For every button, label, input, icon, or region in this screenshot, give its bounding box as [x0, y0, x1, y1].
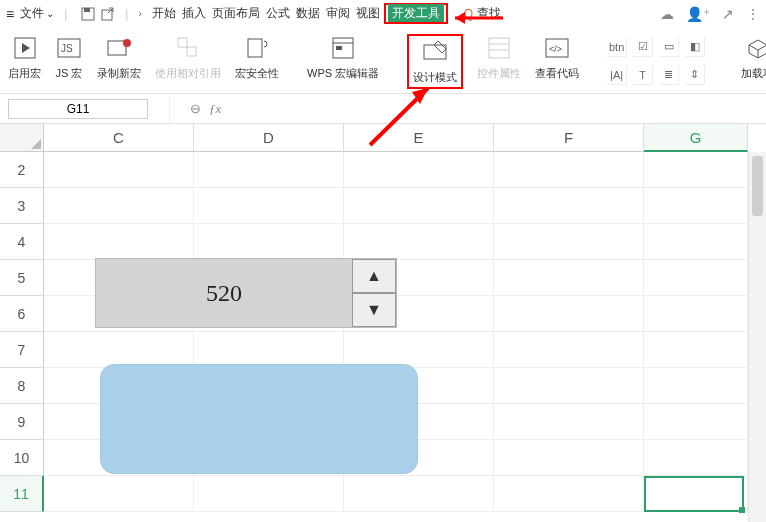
- cell[interactable]: [494, 332, 644, 368]
- row-header[interactable]: 9: [0, 404, 44, 440]
- ribbon-js-macro[interactable]: JS JS 宏: [55, 34, 83, 81]
- col-header-c[interactable]: C: [44, 124, 194, 152]
- ribbon-label: 使用相对引用: [155, 66, 221, 81]
- scrollbar-thumb[interactable]: [752, 156, 763, 216]
- row-header[interactable]: 6: [0, 296, 44, 332]
- tab-insert[interactable]: 插入: [180, 3, 208, 24]
- row-header[interactable]: 3: [0, 188, 44, 224]
- ribbon-control-gallery[interactable]: btn ☑ ▭ ◧ |A| T ≣ ⇕: [607, 37, 705, 85]
- name-box[interactable]: [8, 99, 148, 119]
- ctrl-label-icon[interactable]: T: [633, 65, 653, 85]
- cell[interactable]: [44, 224, 194, 260]
- ctrl-combo-icon[interactable]: ▭: [659, 37, 679, 57]
- cell[interactable]: [44, 188, 194, 224]
- cell[interactable]: [644, 188, 748, 224]
- cell[interactable]: [494, 224, 644, 260]
- more-icon[interactable]: ⋮: [746, 6, 760, 22]
- tab-layout[interactable]: 页面布局: [210, 3, 262, 24]
- row-header[interactable]: 4: [0, 224, 44, 260]
- macro-enable-icon: [11, 34, 39, 62]
- active-cell[interactable]: [644, 476, 744, 512]
- tab-review[interactable]: 审阅: [324, 3, 352, 24]
- cell[interactable]: [644, 332, 748, 368]
- ribbon-wps-editor[interactable]: WPS 宏编辑器: [307, 34, 379, 81]
- share-icon[interactable]: ↗: [722, 6, 734, 22]
- cell[interactable]: [494, 152, 644, 188]
- ctrl-button-icon[interactable]: btn: [607, 37, 627, 57]
- user-add-icon[interactable]: 👤⁺: [686, 6, 710, 22]
- chevron-right-icon[interactable]: ›: [138, 8, 141, 19]
- col-header-e[interactable]: E: [344, 124, 494, 152]
- cell[interactable]: [494, 188, 644, 224]
- formula-input[interactable]: [229, 99, 629, 119]
- cell[interactable]: [644, 404, 748, 440]
- cell[interactable]: [494, 260, 644, 296]
- col-header-f[interactable]: F: [494, 124, 644, 152]
- ctrl-list-icon[interactable]: ≣: [659, 65, 679, 85]
- row-header[interactable]: 2: [0, 152, 44, 188]
- ribbon-enable-macro[interactable]: 启用宏: [8, 34, 41, 81]
- hamburger-icon[interactable]: ≡: [6, 6, 14, 22]
- cloud-icon[interactable]: ☁: [660, 6, 674, 22]
- ribbon-addins[interactable]: 加载项: [741, 34, 766, 81]
- cell[interactable]: [44, 476, 194, 512]
- cell[interactable]: [494, 476, 644, 512]
- ctrl-text-icon[interactable]: |A|: [607, 65, 627, 85]
- cell[interactable]: [344, 224, 494, 260]
- cell[interactable]: [344, 188, 494, 224]
- cell[interactable]: [644, 152, 748, 188]
- ctrl-checkbox-icon[interactable]: ☑: [633, 37, 653, 57]
- spinner-control[interactable]: 520 ▲ ▼: [95, 258, 397, 328]
- cell[interactable]: [494, 296, 644, 332]
- search-area[interactable]: Q 查找: [464, 5, 501, 22]
- save-icon[interactable]: [81, 7, 95, 21]
- spinner-up-button[interactable]: ▲: [352, 259, 396, 293]
- blue-rounded-shape[interactable]: [100, 364, 418, 474]
- cell[interactable]: [344, 476, 494, 512]
- ctrl-scroll-icon[interactable]: ⇕: [685, 65, 705, 85]
- tab-developer[interactable]: 开发工具: [388, 4, 444, 22]
- tab-formula[interactable]: 公式: [264, 3, 292, 24]
- file-menu[interactable]: 文件 ⌄: [20, 5, 54, 22]
- cell[interactable]: [344, 332, 494, 368]
- cell[interactable]: [194, 152, 344, 188]
- cell[interactable]: [494, 368, 644, 404]
- cell[interactable]: [644, 440, 748, 476]
- ribbon-design-mode[interactable]: 设计模式: [413, 38, 457, 85]
- cell[interactable]: [194, 188, 344, 224]
- ctrl-spin-icon[interactable]: ◧: [685, 37, 705, 57]
- cancel-icon[interactable]: ⊖: [190, 101, 201, 116]
- row-header[interactable]: 5: [0, 260, 44, 296]
- tab-view[interactable]: 视图: [354, 3, 382, 24]
- security-icon: [243, 34, 271, 62]
- cell[interactable]: [44, 152, 194, 188]
- row-header[interactable]: 10: [0, 440, 44, 476]
- tab-data[interactable]: 数据: [294, 3, 322, 24]
- spinner-down-button[interactable]: ▼: [352, 293, 396, 327]
- export-icon[interactable]: [101, 7, 115, 21]
- row-header[interactable]: 11: [0, 476, 44, 512]
- vertical-scrollbar[interactable]: [748, 152, 766, 522]
- cell[interactable]: [494, 404, 644, 440]
- ribbon-macro-security[interactable]: 宏安全性: [235, 34, 279, 81]
- row-header[interactable]: 8: [0, 368, 44, 404]
- cell[interactable]: [194, 476, 344, 512]
- tab-start[interactable]: 开始: [150, 3, 178, 24]
- cell[interactable]: [194, 224, 344, 260]
- ribbon-record-macro[interactable]: 录制新宏: [97, 34, 141, 81]
- cell[interactable]: [344, 152, 494, 188]
- cell[interactable]: [194, 332, 344, 368]
- row-header[interactable]: 7: [0, 332, 44, 368]
- svg-rect-10: [187, 47, 196, 56]
- cell[interactable]: [44, 332, 194, 368]
- col-header-g[interactable]: G: [644, 124, 748, 152]
- col-header-d[interactable]: D: [194, 124, 344, 152]
- cell[interactable]: [644, 260, 748, 296]
- fx-icon[interactable]: ƒx: [209, 101, 221, 117]
- cell[interactable]: [644, 368, 748, 404]
- cell[interactable]: [644, 296, 748, 332]
- cell[interactable]: [494, 440, 644, 476]
- cell[interactable]: [644, 224, 748, 260]
- ribbon-view-code[interactable]: </> 查看代码: [535, 34, 579, 81]
- select-all-corner[interactable]: [0, 124, 44, 152]
